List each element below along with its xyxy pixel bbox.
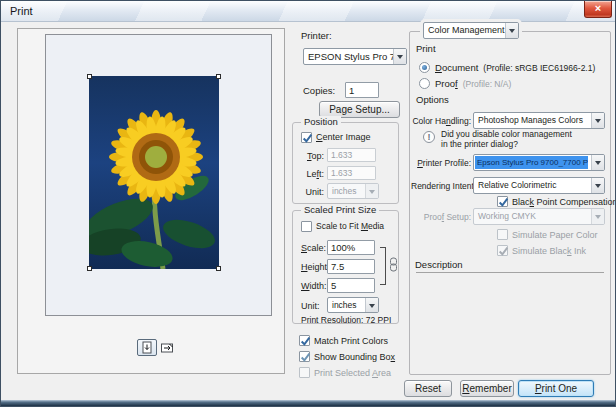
- scale-input[interactable]: [327, 240, 375, 255]
- match-print-colors-checkbox[interactable]: [299, 335, 310, 346]
- window-frame-bottom: [1, 400, 615, 406]
- copies-input[interactable]: [345, 82, 379, 98]
- scale-to-fit-media-label[interactable]: Scale to Fit Media: [316, 221, 384, 231]
- bounding-box-handle[interactable]: [87, 266, 92, 271]
- simulate-paper-color-label: Simulate Paper Color: [512, 230, 598, 240]
- chevron-down-icon: [591, 155, 604, 170]
- printer-profile-label: Printer Profile:: [411, 158, 471, 168]
- scale-to-fit-media-checkbox[interactable]: [301, 221, 312, 232]
- landscape-page-icon: [160, 342, 174, 354]
- check-icon: [300, 352, 311, 363]
- bounding-box-handle[interactable]: [216, 74, 221, 79]
- color-handling-select[interactable]: Photoshop Manages Colors: [473, 112, 605, 129]
- show-bounding-box-label[interactable]: Show Bounding Box: [314, 352, 395, 362]
- proof-setup-value: Working CMYK: [478, 211, 536, 221]
- proof-setup-label: Proof Setup:: [411, 212, 471, 222]
- top-label: Top:: [293, 151, 324, 161]
- scaled-unit-label: Unit:: [301, 301, 320, 311]
- proof-label[interactable]: Proof: [435, 78, 458, 89]
- color-handling-label: Color Handling:: [411, 116, 471, 126]
- printer-select[interactable]: EPSON Stylus Pro 7...: [303, 48, 407, 65]
- portrait-page-icon: [141, 341, 153, 354]
- position-group: Position Center Image Top: Left: Unit: i…: [292, 122, 399, 204]
- check-icon: [300, 336, 311, 347]
- print-one-button[interactable]: Print One: [518, 380, 594, 397]
- printer-profile-select[interactable]: Epson Stylus Pro 9700_7700 PremiumS...: [473, 154, 605, 171]
- reset-button[interactable]: Reset: [404, 380, 452, 397]
- black-point-compensation-checkbox[interactable]: [497, 196, 508, 207]
- orientation-portrait-button[interactable]: [137, 339, 157, 356]
- document-radio-row[interactable]: Document (Profile: sRGB IEC61966-2.1): [419, 62, 595, 73]
- panel-mode-select[interactable]: Color Management: [423, 22, 519, 39]
- sunflower-image: [89, 76, 219, 269]
- scaled-print-size-title: Scaled Print Size: [301, 204, 379, 215]
- panel-mode-value: Color Management: [428, 25, 505, 35]
- preview-panel: [17, 28, 285, 374]
- position-unit-value: inches: [332, 186, 357, 196]
- document-label[interactable]: Document: [435, 62, 478, 73]
- proof-setup-select: Working CMYK: [473, 208, 605, 225]
- scale-label: Scale:: [301, 243, 326, 253]
- rendering-intent-value: Relative Colorimetric: [478, 180, 556, 190]
- simulate-paper-color-checkbox: [497, 229, 508, 240]
- width-input[interactable]: [327, 278, 375, 293]
- chevron-down-icon: [393, 49, 406, 64]
- printer-profile-value: Epson Stylus Pro 9700_7700 PremiumS...: [475, 156, 588, 169]
- description-area: [416, 275, 604, 371]
- simulate-black-ink-label: Simulate Black Ink: [512, 246, 586, 256]
- color-handling-value: Photoshop Manages Colors: [478, 115, 583, 125]
- color-hint-line2: in the printer dialog?: [441, 139, 518, 149]
- print-preview-image: [89, 76, 219, 269]
- paper: [45, 34, 272, 316]
- info-icon: !: [423, 131, 435, 143]
- top-input[interactable]: [327, 148, 376, 162]
- left-label: Left:: [293, 169, 324, 179]
- printer-select-value: EPSON Stylus Pro 7...: [308, 51, 403, 62]
- chevron-down-icon: [591, 209, 604, 224]
- show-bounding-box-checkbox[interactable]: [299, 351, 310, 362]
- simulate-black-ink-checkbox: [497, 245, 508, 256]
- print-section-label: Print: [416, 43, 436, 54]
- description-label: Description: [415, 259, 463, 270]
- center-image-label[interactable]: Center Image: [316, 132, 371, 142]
- copies-label: Copies:: [303, 85, 335, 96]
- print-dialog: Print ×: [0, 0, 616, 407]
- black-point-compensation-label[interactable]: Black Point Compensation: [512, 197, 616, 207]
- chevron-down-icon: [505, 23, 518, 38]
- link-icon: [389, 257, 398, 272]
- options-section-label: Options: [416, 94, 449, 105]
- proof-radio[interactable]: [419, 78, 430, 89]
- center-image-checkbox[interactable]: [301, 132, 312, 143]
- titlebar[interactable]: Print: [1, 1, 615, 22]
- link-bracket: [380, 247, 386, 285]
- description-divider: [416, 272, 604, 273]
- position-group-title: Position: [301, 116, 341, 127]
- check-icon: [302, 133, 313, 144]
- window-title: Print: [10, 5, 33, 17]
- chevron-down-icon: [591, 113, 604, 128]
- check-icon: [498, 197, 509, 208]
- rendering-intent-select[interactable]: Relative Colorimetric: [473, 177, 605, 194]
- document-profile: (Profile: sRGB IEC61966-2.1): [483, 63, 595, 73]
- remember-button[interactable]: Remember: [460, 380, 514, 397]
- orientation-landscape-button[interactable]: [159, 341, 175, 354]
- bounding-box-handle[interactable]: [216, 266, 221, 271]
- print-resolution-label: Print Resolution: 72 PPI: [301, 315, 391, 325]
- print-selected-area-label: Print Selected Area: [314, 368, 391, 378]
- document-radio[interactable]: [419, 62, 430, 73]
- info-glyph: !: [428, 132, 431, 142]
- height-input[interactable]: [327, 259, 375, 274]
- scaled-print-size-group: Scaled Print Size Scale to Fit Media Sca…: [292, 210, 399, 324]
- proof-radio-row[interactable]: Proof (Profile: N/A): [419, 78, 511, 89]
- scaled-unit-value: inches: [332, 300, 357, 310]
- close-icon: ×: [595, 2, 601, 14]
- bounding-box-handle[interactable]: [87, 74, 92, 79]
- scaled-unit-select[interactable]: inches: [327, 297, 379, 313]
- chevron-down-icon: [591, 178, 604, 193]
- match-print-colors-label[interactable]: Match Print Colors: [314, 336, 388, 346]
- left-input[interactable]: [327, 166, 376, 180]
- check-icon: [498, 246, 509, 257]
- rendering-intent-label: Rendering Intent:: [411, 181, 471, 191]
- close-button[interactable]: ×: [584, 1, 612, 18]
- position-unit-select[interactable]: inches: [327, 183, 379, 199]
